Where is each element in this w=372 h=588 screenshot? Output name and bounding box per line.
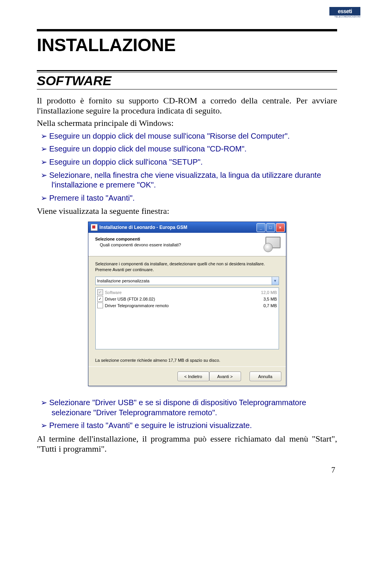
list-item: Selezionare, nella finestra che viene vi… bbox=[37, 170, 337, 190]
component-list: ✓ Software 12,0 MB ✓ Driver USB (FTDI 2.… bbox=[95, 287, 279, 349]
list-item: Premere il tasto "Avanti". bbox=[37, 193, 337, 203]
titlebar: Installazione di Leonardo - Europa GSM _… bbox=[88, 222, 286, 233]
intro-paragraph-1: Il prodotto è fornito su supporto CD-ROM… bbox=[37, 96, 337, 116]
wizard-title: Selezione componenti bbox=[95, 237, 181, 241]
chevron-down-icon: ▼ bbox=[272, 277, 279, 285]
window-buttons: _ □ × bbox=[257, 223, 285, 232]
logo-sub: TELECOMUNICAZIONI bbox=[329, 15, 360, 18]
section-heading: SOFTWARE bbox=[37, 73, 337, 89]
list-item: Eseguire un doppio click del mouse sull'… bbox=[37, 131, 337, 141]
title-rule bbox=[37, 29, 337, 31]
component-row: ✓ Software 12,0 MB bbox=[97, 289, 277, 296]
component-size: 12,0 MB bbox=[261, 290, 277, 295]
after-steps-text: Viene visualizzata la seguente finestra: bbox=[37, 206, 337, 216]
wizard-subtitle: Quali componenti devono essere installat… bbox=[100, 242, 181, 247]
section-rule-bot bbox=[37, 89, 337, 89]
checkbox[interactable] bbox=[97, 303, 103, 308]
intro-paragraph-2: Nella schermata principale di Windows: bbox=[37, 118, 337, 128]
window-title: Installazione di Leonardo - Europa GSM bbox=[100, 225, 257, 230]
step-list-2: Selezionare "Driver USB" e se si dispone… bbox=[37, 398, 337, 431]
component-row[interactable]: ✓ Driver USB (FTDI 2.08.02) 3,5 MB bbox=[97, 296, 277, 302]
wizard-footer: < Indietro Avanti > Annulla bbox=[88, 366, 286, 386]
computer-disc-icon bbox=[263, 237, 281, 252]
list-item: Premere il tasto "Avanti" e seguire le i… bbox=[37, 421, 337, 431]
installer-window: Installazione di Leonardo - Europa GSM _… bbox=[88, 222, 286, 386]
closing-paragraph: Al termine dell'installazione, il progra… bbox=[37, 434, 337, 454]
minimize-button[interactable]: _ bbox=[257, 223, 265, 232]
wizard-header: Selezione componenti Quali componenti de… bbox=[88, 233, 286, 256]
combo-value: Installazione personalizzata bbox=[97, 279, 150, 283]
list-item: Eseguire un doppio click sull'icona "SET… bbox=[37, 157, 337, 167]
page-number: 7 bbox=[37, 466, 337, 475]
checkbox: ✓ bbox=[97, 289, 103, 295]
checkbox[interactable]: ✓ bbox=[97, 296, 103, 302]
wizard-description: Selezionare i componenti da installare, … bbox=[95, 261, 279, 273]
next-button[interactable]: Avanti > bbox=[209, 371, 241, 381]
logo-text: esseti bbox=[329, 7, 360, 15]
disk-space-note: La selezione corrente richiede almeno 17… bbox=[95, 358, 279, 363]
brand-logo: esseti TELECOMUNICAZIONI bbox=[329, 7, 360, 18]
install-type-combo[interactable]: Installazione personalizzata ▼ bbox=[95, 277, 279, 285]
back-button[interactable]: < Indietro bbox=[177, 371, 209, 381]
cancel-button[interactable]: Annulla bbox=[250, 371, 281, 381]
app-icon bbox=[91, 224, 98, 231]
component-size: 0,7 MB bbox=[264, 303, 277, 308]
component-label: Driver Teleprogrammatore remoto bbox=[105, 303, 264, 308]
page-title: INSTALLAZIONE bbox=[37, 34, 337, 55]
component-label: Driver USB (FTDI 2.08.02) bbox=[105, 297, 264, 301]
list-item: Selezionare "Driver USB" e se si dispone… bbox=[37, 398, 337, 418]
component-label: Software bbox=[105, 290, 261, 295]
section-rule-mid bbox=[37, 72, 337, 72]
component-row[interactable]: Driver Teleprogrammatore remoto 0,7 MB bbox=[97, 302, 277, 309]
section-rule-top bbox=[37, 70, 337, 71]
wizard-body: Selezionare i componenti da installare, … bbox=[88, 256, 286, 366]
step-list-1: Eseguire un doppio click del mouse sull'… bbox=[37, 131, 337, 203]
component-size: 3,5 MB bbox=[264, 297, 277, 301]
close-button[interactable]: × bbox=[276, 223, 285, 232]
maximize-button[interactable]: □ bbox=[266, 223, 275, 232]
list-item: Eseguire un doppio click del mouse sull'… bbox=[37, 144, 337, 154]
